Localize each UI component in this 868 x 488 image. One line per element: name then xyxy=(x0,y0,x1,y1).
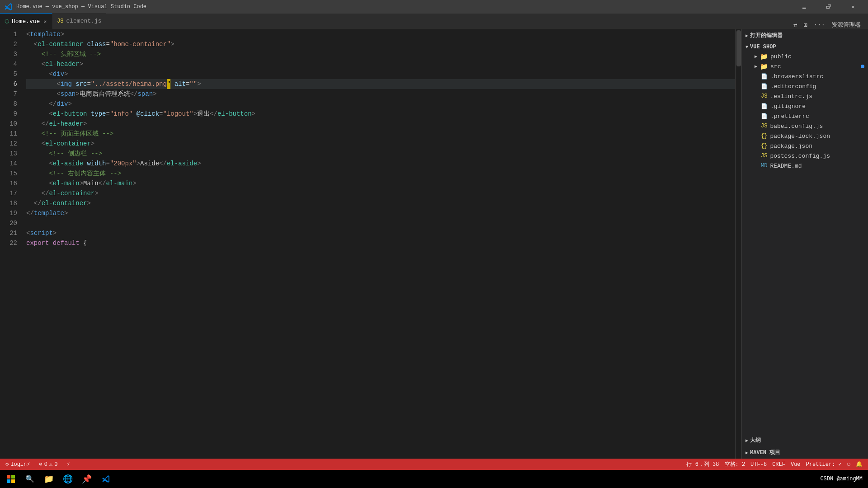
status-position[interactable]: 行 6，列 38 xyxy=(684,460,721,468)
line-num-2: 2 xyxy=(0,39,17,49)
code-line-6: <img src="../assets/heima.png" alt=""> xyxy=(26,79,735,89)
line-num-4: 4 xyxy=(0,59,17,69)
line-num-11: 11 xyxy=(0,129,17,139)
tab-bar: ⬡ Home.vue ✕ JS element.js ⇄ ⊞ ··· 资源管理器 xyxy=(0,14,868,29)
sidebar-item-src[interactable]: ▶ 📁 src xyxy=(742,61,868,71)
package-json-label: package.json xyxy=(770,143,812,150)
svg-rect-3 xyxy=(11,479,15,483)
taskbar-pinned-button[interactable]: 📌 xyxy=(78,470,96,488)
vue-file-icon: ⬡ xyxy=(5,18,9,25)
sidebar-item-eslintrc[interactable]: JS .eslintrc.js xyxy=(742,91,868,101)
code-editor[interactable]: <template> <el-container class="home-con… xyxy=(23,29,735,459)
line-num-13: 13 xyxy=(0,149,17,159)
eol-label: CRLF xyxy=(772,461,785,468)
taskbar-files-button[interactable]: 📁 xyxy=(40,470,58,488)
sidebar-item-babel-config[interactable]: JS babel.config.js xyxy=(742,121,868,131)
code-line-10: </el-header> xyxy=(26,119,735,129)
sidebar-item-public[interactable]: ▶ 📁 public xyxy=(742,52,868,61)
sidebar-item-postcss[interactable]: JS postcss.config.js xyxy=(742,151,868,161)
src-chevron: ▶ xyxy=(755,64,757,69)
line-num-16: 16 xyxy=(0,178,17,188)
scrollbar[interactable] xyxy=(735,29,741,459)
file-icon-readme: MD xyxy=(761,163,767,169)
status-bell[interactable]: 🔔 xyxy=(854,460,864,468)
line-num-21: 21 xyxy=(0,228,17,238)
maven-section: ▶ MAVEN 项目 xyxy=(742,446,868,459)
tab-home-vue[interactable]: ⬡ Home.vue ✕ xyxy=(0,13,52,29)
status-encoding[interactable]: UTF-8 xyxy=(749,460,769,468)
file-icon-package-json: {} xyxy=(761,143,767,149)
taskbar-right-area: CSDN @amingMM xyxy=(820,476,866,482)
folder-icon-src: 📁 xyxy=(760,63,768,70)
maven-label: MAVEN 项目 xyxy=(750,449,780,456)
sidebar-item-package-json[interactable]: {} package.json xyxy=(742,141,868,151)
more-actions-icon[interactable]: ··· xyxy=(814,21,825,28)
open-editors-title[interactable]: ▶ 打开的编辑器 xyxy=(742,30,868,41)
maximize-button[interactable]: 🗗 xyxy=(818,0,839,14)
language-label: Vue xyxy=(791,461,801,468)
code-line-12: <el-container> xyxy=(26,139,735,149)
line-num-20: 20 xyxy=(0,218,17,228)
babel-config-label: babel.config.js xyxy=(770,123,823,130)
line-num-7: 7 xyxy=(0,89,17,99)
status-smiley[interactable]: ☺ xyxy=(845,460,852,468)
maven-title[interactable]: ▶ MAVEN 项目 xyxy=(742,447,868,458)
sidebar-item-prettierrc[interactable]: 📄 .prettierrc xyxy=(742,111,868,121)
sidebar-item-gitignore[interactable]: 📄 .gitignore xyxy=(742,101,868,111)
toggle-panel-icon[interactable]: ⇄ xyxy=(793,21,797,29)
close-button[interactable]: ✕ xyxy=(843,0,863,14)
outline-title[interactable]: ▶ 大纲 xyxy=(742,435,868,446)
status-errors[interactable]: ⊗ 0 ⚠ 0 xyxy=(37,461,59,468)
minimize-button[interactable]: 🗕 xyxy=(794,0,815,14)
open-editors-chevron: ▶ xyxy=(745,33,748,38)
status-spaces[interactable]: 空格: 2 xyxy=(723,460,747,468)
sidebar-item-editorconfig[interactable]: 📄 .editorconfig xyxy=(742,81,868,91)
smiley-icon: ☺ xyxy=(847,461,850,468)
gitignore-label: .gitignore xyxy=(770,103,806,110)
svg-rect-1 xyxy=(11,475,15,479)
taskbar-vscode-button[interactable] xyxy=(97,470,115,488)
sidebar-item-browserslistrc[interactable]: 📄 .browserslistrc xyxy=(742,71,868,81)
editorconfig-label: .editorconfig xyxy=(770,83,816,90)
line-num-6: 6 xyxy=(0,79,17,89)
code-line-13: <!-- 侧边栏 --> xyxy=(26,149,735,159)
sidebar-item-readme[interactable]: MD README.md xyxy=(742,161,868,171)
status-eol[interactable]: CRLF xyxy=(770,460,787,468)
browser-icon: 🌐 xyxy=(63,474,73,484)
status-prettier[interactable]: Prettier: ✓ xyxy=(804,460,844,468)
taskbar-start-button[interactable] xyxy=(2,470,20,488)
taskbar-browser-button[interactable]: 🌐 xyxy=(59,470,77,488)
status-right: 行 6，列 38 空格: 2 UTF-8 CRLF Vue Prettier: … xyxy=(684,460,864,468)
status-lightning[interactable]: ⚡ xyxy=(65,461,71,468)
src-label: src xyxy=(770,63,781,70)
encoding-label: UTF-8 xyxy=(750,461,767,468)
title-bar-title: Home.vue — vue_shop — Visual Studio Code xyxy=(16,4,146,10)
code-line-11: <!-- 页面主体区域 --> xyxy=(26,129,735,139)
status-bar: ⚙ login⚡ ⊗ 0 ⚠ 0 ⚡ 行 6，列 38 空格: 2 UTF-8 … xyxy=(0,459,868,470)
open-editors-label: 打开的编辑器 xyxy=(750,32,783,39)
file-explorer-sidebar: ▶ 打开的编辑器 ▼ VUE_SHOP ▶ 📁 public ▶ 📁 src xyxy=(741,29,868,459)
code-line-1: <template> xyxy=(26,29,735,39)
taskbar-search-button[interactable]: 🔍 xyxy=(21,470,39,488)
code-line-22: export default { xyxy=(26,238,735,248)
tab-element-js[interactable]: JS element.js xyxy=(52,13,106,29)
vscode-icon xyxy=(5,3,13,11)
file-icon-browserslistrc: 📄 xyxy=(761,73,768,80)
editor-area[interactable]: 1 2 3 4 5 6 7 8 9 10 11 12 13 14 15 16 1… xyxy=(0,29,741,459)
tab-home-vue-close[interactable]: ✕ xyxy=(42,18,47,25)
code-line-7: <span>电商后台管理系统</span> xyxy=(26,89,735,99)
line-num-14: 14 xyxy=(0,159,17,169)
prettierrc-label: .prettierrc xyxy=(770,113,809,120)
warning-icon: ⚠ xyxy=(49,461,52,468)
main-area: 1 2 3 4 5 6 7 8 9 10 11 12 13 14 15 16 1… xyxy=(0,29,868,459)
line-num-15: 15 xyxy=(0,169,17,178)
status-git[interactable]: ⚙ login⚡ xyxy=(4,461,32,468)
split-editor-icon[interactable]: ⊞ xyxy=(803,21,807,29)
file-icon-babel-config: JS xyxy=(761,123,767,129)
sidebar-item-package-lock[interactable]: {} package-lock.json xyxy=(742,131,868,141)
code-line-3: <!-- 头部区域 --> xyxy=(26,49,735,59)
line-num-17: 17 xyxy=(0,188,17,198)
sidebar-spacer xyxy=(742,172,868,434)
status-language[interactable]: Vue xyxy=(789,460,802,468)
vue-shop-title[interactable]: ▼ VUE_SHOP xyxy=(742,42,868,52)
